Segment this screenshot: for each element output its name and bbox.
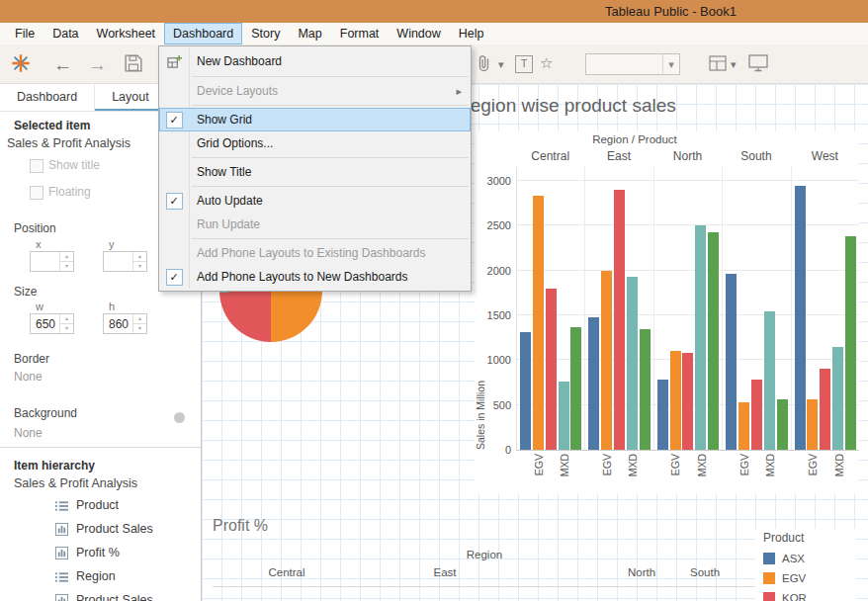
bar[interactable]: [695, 225, 706, 450]
bar[interactable]: [533, 196, 544, 450]
hierarchy-item-product-sales[interactable]: Product Sales: [0, 588, 202, 601]
position-x-spinner[interactable]: ▴▾: [59, 252, 73, 271]
tableau-logo[interactable]: [10, 52, 32, 77]
x-axis-label: MXD: [696, 454, 708, 476]
spin-up-icon[interactable]: ▴: [60, 252, 73, 262]
save-button[interactable]: [125, 54, 142, 75]
bar[interactable]: [795, 186, 806, 450]
legend-item-asx[interactable]: ASX: [763, 553, 856, 564]
show-title-checkbox-label: Show title: [48, 158, 100, 172]
menubar-item-map[interactable]: Map: [289, 23, 330, 44]
position-y-input[interactable]: ▴▾: [103, 251, 147, 272]
size-heading: Size: [14, 285, 37, 299]
menubar-item-story[interactable]: Story: [242, 23, 289, 44]
bar[interactable]: [614, 190, 625, 450]
spin-down-icon[interactable]: ▾: [60, 262, 73, 271]
bar[interactable]: [845, 236, 856, 450]
undo-button[interactable]: ←: [53, 55, 72, 74]
presentation-mode-button[interactable]: [748, 54, 768, 75]
layout-grid-caret[interactable]: ▾: [731, 59, 737, 70]
menubar-item-format[interactable]: Format: [331, 23, 389, 44]
bar[interactable]: [588, 317, 599, 450]
menu-item-grid-options[interactable]: Grid Options...: [159, 131, 471, 155]
hierarchy-item-product[interactable]: Product: [0, 493, 202, 517]
spin-up-icon[interactable]: ▴: [133, 314, 146, 324]
legend-item-egv[interactable]: EGV: [763, 572, 856, 584]
menubar-item-data[interactable]: Data: [43, 23, 87, 44]
menu-separator: [192, 105, 469, 106]
bar[interactable]: [520, 332, 531, 450]
menu-item-show-grid[interactable]: ✓Show Grid: [159, 108, 471, 131]
bar[interactable]: [627, 277, 638, 450]
bar[interactable]: [570, 327, 581, 450]
show-title-checkbox[interactable]: [30, 159, 43, 173]
redo-button[interactable]: →: [88, 55, 107, 74]
menubar-item-window[interactable]: Window: [388, 23, 449, 44]
item-hierarchy-root[interactable]: Sales & Profit Analysis: [14, 476, 137, 490]
bar[interactable]: [751, 380, 762, 450]
bar[interactable]: [640, 329, 651, 450]
paperclip-button[interactable]: [477, 54, 491, 75]
x-axis-label: MXD: [559, 454, 570, 476]
hierarchy-item-product-sales[interactable]: Product Sales: [0, 517, 202, 541]
spin-up-icon[interactable]: ▴: [60, 314, 73, 324]
spin-down-icon[interactable]: ▾: [133, 324, 146, 333]
x-axis-label: EGV: [669, 454, 681, 475]
region-column-east: [584, 167, 652, 450]
bar[interactable]: [738, 402, 749, 450]
bar[interactable]: [807, 399, 818, 450]
position-y-value: [104, 252, 132, 271]
bar[interactable]: [777, 399, 788, 450]
menubar-item-file[interactable]: File: [6, 23, 43, 44]
menu-item-new-dashboard[interactable]: New Dashboard: [159, 48, 471, 74]
menu-item-auto-update[interactable]: ✓Auto Update: [159, 189, 471, 213]
bar[interactable]: [820, 369, 830, 450]
border-value[interactable]: None: [14, 370, 43, 384]
y-tick-labels: 050010001500200025003000: [481, 167, 511, 450]
bar[interactable]: [832, 347, 843, 450]
spin-down-icon[interactable]: ▾: [133, 262, 146, 271]
position-x-input[interactable]: ▴▾: [30, 251, 74, 272]
layout-grid-button[interactable]: [709, 54, 727, 75]
menubar-item-worksheet[interactable]: Worksheet: [88, 23, 165, 44]
scrollbar-thumb[interactable]: [174, 412, 185, 423]
legend-item-kor[interactable]: KOR: [763, 592, 856, 601]
fit-selector[interactable]: ▾: [585, 53, 680, 75]
bar[interactable]: [682, 353, 693, 450]
bar[interactable]: [657, 380, 668, 450]
tab-dashboard[interactable]: Dashboard: [0, 84, 95, 111]
spin-down-icon[interactable]: ▾: [60, 324, 73, 333]
menubar-item-dashboard[interactable]: Dashboard: [164, 23, 242, 44]
profit-column-label-north: North: [628, 566, 655, 578]
menubar-item-help[interactable]: Help: [450, 23, 493, 44]
spin-up-icon[interactable]: ▴: [133, 252, 146, 262]
menu-item-add-phone-layouts-to-new-dashboards[interactable]: ✓Add Phone Layouts to New Dashboards: [159, 265, 471, 289]
bar[interactable]: [726, 274, 737, 450]
floating-checkbox[interactable]: [30, 186, 43, 200]
combo-caret-icon[interactable]: ▾: [662, 54, 679, 74]
size-h-input[interactable]: 860 ▴▾: [103, 313, 147, 334]
highlight-button[interactable]: ☆: [540, 55, 553, 70]
x-axis-label: MXD: [627, 454, 639, 476]
size-w-spinner[interactable]: ▴▾: [59, 314, 73, 333]
background-value[interactable]: None: [14, 426, 43, 440]
text-object-button[interactable]: T: [515, 55, 533, 73]
bar[interactable]: [708, 232, 719, 450]
column-header: Region / Product: [516, 131, 753, 147]
size-w-input[interactable]: 650 ▴▾: [30, 313, 74, 334]
bar[interactable]: [546, 289, 557, 450]
bar[interactable]: [601, 271, 612, 450]
x-axis-label: EGV: [807, 454, 819, 475]
position-y-spinner[interactable]: ▴▾: [132, 252, 146, 271]
menu-item-label: Run Update: [197, 217, 260, 231]
menu-item-show-title[interactable]: Show Title: [159, 160, 471, 184]
hierarchy-item-profit[interactable]: Profit %: [0, 541, 202, 564]
bar[interactable]: [559, 382, 569, 450]
hierarchy-item-region[interactable]: Region: [0, 564, 202, 588]
bar[interactable]: [670, 351, 681, 450]
size-h-spinner[interactable]: ▴▾: [132, 314, 146, 333]
bar[interactable]: [764, 311, 775, 450]
tab-layout[interactable]: Layout: [95, 84, 167, 111]
paperclip-caret[interactable]: ▾: [498, 59, 504, 70]
menu-separator: [192, 157, 469, 158]
